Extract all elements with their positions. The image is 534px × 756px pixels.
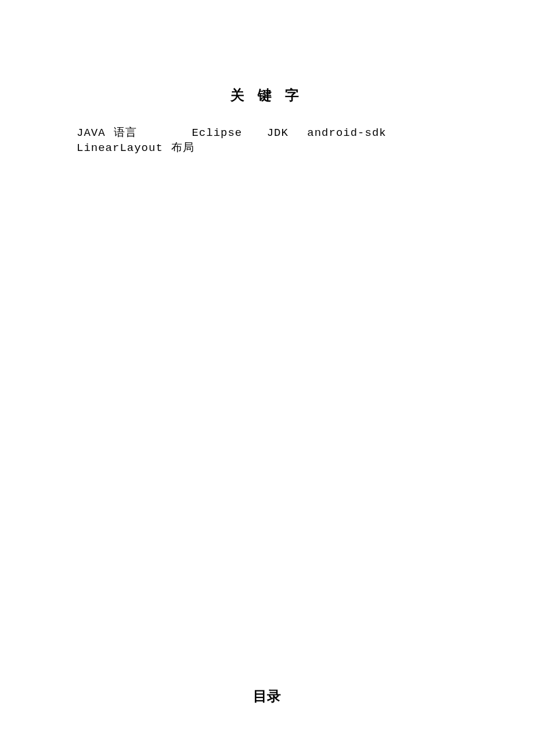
keywords-list: JAVA 语言 Eclipse JDK android-sdk LinearLa… — [77, 125, 476, 155]
keyword-item: android-sdk — [307, 127, 386, 139]
toc-heading: 目录 — [0, 687, 534, 705]
keyword-item: JAVA 语言 — [77, 125, 137, 140]
keyword-item: Eclipse — [192, 127, 242, 139]
keywords-heading: 关 键 字 — [0, 86, 534, 105]
keyword-item: LinearLayout 布局 — [77, 140, 194, 155]
keyword-item: JDK — [267, 127, 288, 139]
